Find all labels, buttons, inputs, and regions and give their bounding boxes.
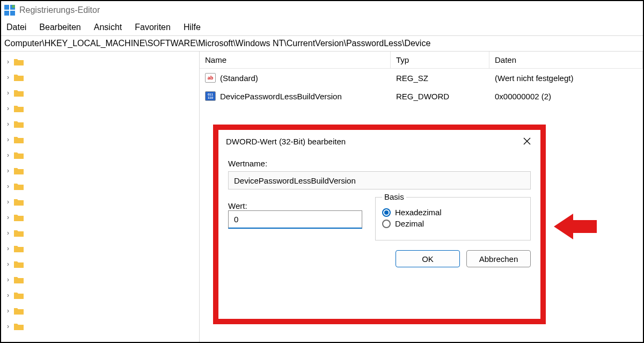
row-name: (Standard) [220, 74, 258, 83]
chevron-right-icon: › [5, 276, 11, 283]
menu-help[interactable]: Hilfe [184, 23, 201, 32]
folder-icon [14, 151, 24, 159]
basis-legend: Basis [382, 192, 406, 201]
chevron-right-icon: › [5, 183, 11, 190]
folder-icon [14, 198, 24, 206]
folder-icon [14, 89, 24, 97]
chevron-right-icon: › [5, 323, 11, 330]
chevron-right-icon: › [5, 120, 11, 128]
folder-icon [14, 120, 24, 128]
close-button[interactable] [521, 135, 533, 147]
chevron-right-icon: › [5, 214, 11, 221]
tree-item[interactable]: › [5, 225, 195, 240]
tree-item[interactable]: › [5, 209, 195, 225]
tree-item[interactable]: › [5, 100, 195, 116]
tree-item[interactable]: › [5, 147, 195, 163]
tree-item[interactable]: › [5, 163, 195, 178]
folder-icon [14, 105, 24, 112]
tree-item[interactable]: › [5, 116, 195, 132]
tree-item[interactable]: › [5, 178, 195, 194]
col-header-type[interactable]: Typ [391, 52, 489, 68]
close-icon [523, 137, 531, 145]
tree-item[interactable]: › [5, 85, 195, 100]
col-header-data[interactable]: Daten [489, 52, 643, 68]
folder-icon [14, 245, 24, 252]
row-type: REG_DWORD [391, 92, 489, 101]
name-field: DevicePasswordLessBuildVersion [228, 171, 531, 189]
menubar: Datei Bearbeiten Ansicht Favoriten Hilfe [1, 19, 643, 35]
row-name: DevicePasswordLessBuildVersion [220, 92, 342, 101]
value-input[interactable] [228, 210, 362, 229]
chevron-right-icon: › [5, 136, 11, 143]
tree-item[interactable]: › [5, 256, 195, 272]
window-title: Registrierungs-Editor [19, 5, 100, 15]
svg-rect-2 [4, 11, 9, 16]
folder-icon [14, 58, 24, 65]
chevron-right-icon: › [5, 151, 11, 159]
chevron-right-icon: › [5, 198, 11, 206]
col-header-name[interactable]: Name [200, 52, 391, 68]
addressbar [1, 35, 643, 52]
dialog-titlebar: DWORD-Wert (32-Bit) bearbeiten [218, 130, 540, 152]
reg-sz-icon: ab [205, 73, 216, 83]
folder-icon [14, 214, 24, 221]
tree-pane[interactable]: › › › › › › › › › › › › › › › › › › [1, 52, 200, 342]
edit-dword-dialog: DWORD-Wert (32-Bit) bearbeiten Wertname:… [213, 125, 546, 324]
folder-icon [14, 291, 24, 299]
chevron-right-icon: › [5, 229, 11, 237]
chevron-right-icon: › [5, 105, 11, 112]
chevron-right-icon: › [5, 307, 11, 315]
folder-icon [14, 74, 24, 81]
tree-item[interactable]: › [5, 132, 195, 147]
folder-icon [14, 136, 24, 143]
list-header: Name Typ Daten [200, 52, 643, 69]
folder-icon [14, 229, 24, 237]
tree-item[interactable]: › [5, 318, 195, 334]
folder-icon [14, 260, 24, 268]
app-icon [4, 5, 15, 16]
radio-hex[interactable]: Hexadezimal [382, 208, 524, 217]
tree-item[interactable]: › [5, 303, 195, 318]
svg-point-4 [12, 5, 15, 8]
reg-dword-icon: 011110 [205, 91, 216, 101]
dialog-title: DWORD-Wert (32-Bit) bearbeiten [226, 137, 346, 146]
menu-file[interactable]: Datei [6, 23, 26, 32]
name-label: Wertname: [228, 159, 531, 168]
tree-item[interactable]: › [5, 69, 195, 85]
folder-icon [14, 323, 24, 330]
row-data: (Wert nicht festgelegt) [489, 74, 643, 83]
folder-icon [14, 307, 24, 315]
cancel-button[interactable]: Abbrechen [466, 250, 531, 267]
addressbar-input[interactable] [3, 38, 641, 49]
tree-item[interactable]: › [5, 54, 195, 69]
menu-edit[interactable]: Bearbeiten [39, 23, 80, 32]
table-row[interactable]: 011110 DevicePasswordLessBuildVersion RE… [200, 87, 643, 105]
chevron-right-icon: › [5, 245, 11, 252]
tree-item[interactable]: › [5, 272, 195, 287]
tree-item[interactable]: › [5, 287, 195, 303]
chevron-right-icon: › [5, 260, 11, 268]
table-row[interactable]: ab (Standard) REG_SZ (Wert nicht festgel… [200, 69, 643, 87]
folder-icon [14, 276, 24, 283]
basis-fieldset: Basis Hexadezimal Dezimal [375, 197, 531, 240]
menu-fav[interactable]: Favoriten [135, 23, 171, 32]
radio-dec-label: Dezimal [395, 219, 424, 228]
folder-icon [14, 167, 24, 174]
menu-view[interactable]: Ansicht [94, 23, 122, 32]
annotation-arrow-icon [554, 214, 597, 239]
ok-button[interactable]: OK [396, 250, 460, 267]
chevron-right-icon: › [5, 291, 11, 299]
radio-icon [382, 220, 391, 228]
chevron-right-icon: › [5, 58, 11, 65]
name-value: DevicePasswordLessBuildVersion [234, 176, 356, 185]
radio-dec[interactable]: Dezimal [382, 219, 524, 228]
tree-item[interactable]: › [5, 240, 195, 256]
chevron-right-icon: › [5, 89, 11, 97]
svg-rect-3 [10, 11, 15, 16]
chevron-right-icon: › [5, 167, 11, 174]
tree-item[interactable]: › [5, 194, 195, 209]
folder-icon [14, 183, 24, 190]
row-data: 0x00000002 (2) [489, 92, 643, 101]
row-type: REG_SZ [391, 74, 489, 83]
svg-rect-0 [4, 5, 9, 10]
